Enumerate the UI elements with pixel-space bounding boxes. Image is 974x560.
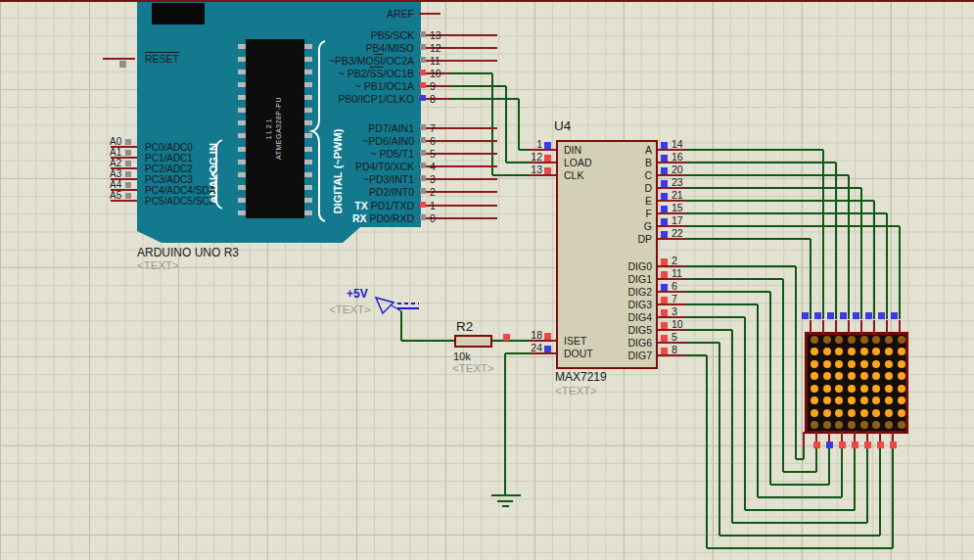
wire-dig4[interactable] [745, 509, 855, 511]
ic-leg [238, 95, 246, 100]
led-r4c2 [835, 385, 843, 393]
resistor-r2[interactable] [454, 335, 492, 348]
ic-leg [238, 210, 246, 215]
matrix-top-pin-3[interactable] [835, 320, 837, 334]
wire-dout-gnd[interactable] [504, 353, 506, 494]
wire-dig5[interactable] [685, 329, 732, 331]
led-r0c7 [898, 336, 905, 344]
wire-dig1[interactable] [685, 278, 783, 280]
u4-pin-label: CLK [564, 169, 583, 181]
u4-pin-label: DIG5 [583, 324, 652, 336]
wire-seg-dp[interactable] [685, 238, 811, 240]
arduino-pin-label: ~PB3/MOSI/OC2A [289, 55, 414, 67]
wire-seg-g[interactable] [899, 226, 901, 319]
led-r3c2 [835, 372, 843, 380]
wire-seg-f[interactable] [685, 212, 887, 214]
wire-dig1[interactable] [782, 279, 784, 472]
wire-dig2[interactable] [828, 447, 830, 485]
wire-dig6[interactable] [719, 343, 720, 536]
u4-text-placeholder: <TEXT> [555, 385, 597, 397]
wire-dig4[interactable] [854, 447, 856, 510]
wire-seg-e[interactable] [685, 200, 874, 202]
wire-d10-clk[interactable] [450, 72, 492, 74]
ground-symbol[interactable] [491, 494, 521, 496]
wire-seg-f[interactable] [886, 213, 888, 319]
wire-seg-g[interactable] [685, 225, 900, 227]
wire-seg-a[interactable] [685, 149, 823, 151]
matrix-top-pin-1[interactable] [810, 320, 812, 334]
wire-dig6[interactable] [685, 342, 719, 344]
led-r2c7 [898, 360, 905, 368]
wire-dig7[interactable] [685, 354, 707, 356]
wire-dig3[interactable] [685, 303, 758, 305]
wire-dig6[interactable] [879, 447, 881, 536]
wire-dig1[interactable] [815, 447, 817, 472]
ground-symbol[interactable] [497, 500, 513, 502]
wire-seg-b[interactable] [685, 162, 836, 163]
arduino-ref-label: ARDUINO UNO R3 [137, 247, 239, 258]
led-r1c5 [872, 348, 880, 355]
wire-seg-b[interactable] [835, 163, 837, 319]
wire-dig2[interactable] [685, 291, 770, 293]
wire-seg-d[interactable] [685, 187, 861, 189]
wire-d10-clk[interactable] [491, 73, 493, 175]
wire-dig3[interactable] [841, 447, 843, 497]
led-r3c6 [885, 372, 893, 380]
wire-dig0[interactable] [795, 266, 797, 459]
wire-dig5[interactable] [731, 330, 733, 523]
matrix-top-pin-4[interactable] [848, 320, 850, 334]
wire-dig3[interactable] [757, 304, 759, 497]
wire-dig4[interactable] [744, 317, 746, 510]
led-r3c1 [823, 372, 831, 380]
wire-dig4[interactable] [685, 316, 745, 318]
wire-dig0[interactable] [803, 447, 805, 459]
wire-5v-r2[interactable] [401, 340, 454, 342]
wire-dig6[interactable] [719, 535, 880, 537]
matrix-top-pin-8[interactable] [899, 320, 901, 334]
arduino-pin-reset[interactable] [103, 58, 135, 60]
u4-pin-number-2: 2 [672, 255, 677, 266]
ground-symbol[interactable] [502, 505, 509, 507]
wire-seg-c[interactable] [848, 175, 850, 319]
wire-seg-c[interactable] [685, 174, 849, 176]
matrix-top-pin-7[interactable] [886, 320, 888, 334]
u4-pin-number-3: 3 [672, 305, 677, 317]
wire-dig0[interactable] [685, 265, 796, 267]
pin-state-square [661, 206, 668, 212]
wire-dig1[interactable] [783, 471, 816, 473]
wire-dig5[interactable] [866, 447, 868, 523]
arduino-pin-label: AREF [289, 8, 414, 20]
arduino-pin-label: PD4/T0/XCK [289, 161, 414, 172]
pin-state-square [420, 57, 426, 63]
wire-dig7[interactable] [707, 547, 893, 549]
wire-d9-load[interactable] [450, 85, 506, 87]
led-r4c3 [848, 385, 856, 393]
pin-state-square [840, 312, 847, 319]
pin-state-square [544, 155, 551, 162]
led-r6c5 [872, 409, 880, 417]
wire-dig2[interactable] [770, 484, 829, 486]
arduino-pin-number-11: 11 [430, 55, 441, 67]
matrix-top-pin-6[interactable] [873, 320, 875, 334]
ic-leg [238, 160, 246, 164]
wire-seg-e[interactable] [873, 201, 875, 319]
led-r2c4 [860, 360, 868, 368]
wire-dig2[interactable] [769, 292, 771, 485]
wire-dig7[interactable] [706, 355, 708, 548]
wire-dig5[interactable] [732, 522, 867, 524]
matrix-top-pin-5[interactable] [860, 320, 862, 334]
schematic-canvas[interactable]: 1121 ATMEGA328P-PU ANALOG IN DIGITAL (~P… [0, 0, 974, 560]
wire-seg-dp[interactable] [810, 239, 812, 319]
wire-dig7[interactable] [892, 447, 894, 548]
power-5v-symbol[interactable] [368, 292, 423, 317]
matrix-bottom-pin-1[interactable] [803, 432, 805, 447]
ic-leg [238, 120, 246, 125]
arduino-pin-aref[interactable] [419, 13, 441, 15]
wire-d8-din[interactable] [450, 98, 519, 100]
led-r6c2 [835, 409, 843, 417]
wire-dig3[interactable] [758, 496, 842, 498]
led-matrix-component[interactable] [805, 332, 908, 434]
wire-seg-d[interactable] [860, 188, 862, 319]
matrix-top-pin-2[interactable] [822, 320, 824, 334]
led-r0c2 [835, 336, 843, 344]
